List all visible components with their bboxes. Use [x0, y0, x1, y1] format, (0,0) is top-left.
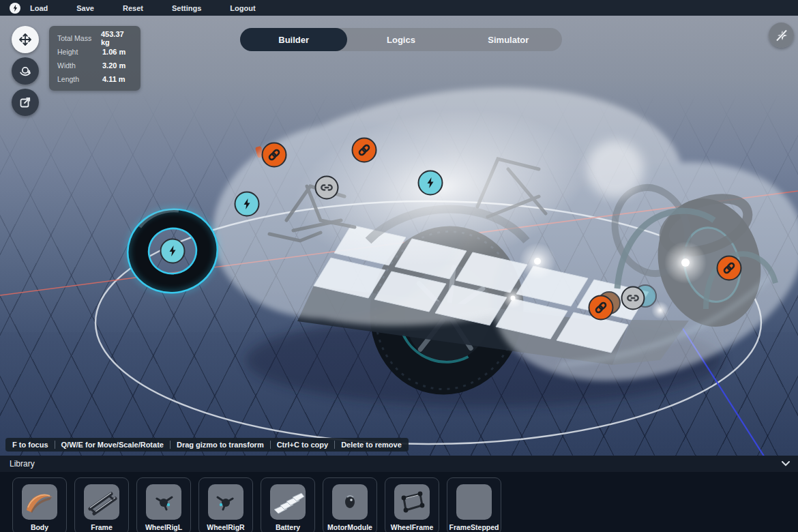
- library-item-label: MotorModule: [327, 523, 372, 531]
- stat-value: 453.37 kg: [101, 30, 134, 46]
- link-badge[interactable]: [718, 256, 741, 280]
- canopy-specular: [587, 141, 644, 198]
- library-title: Library: [10, 459, 35, 469]
- transform-tools: [12, 26, 39, 116]
- library-item-battery[interactable]: Battery: [261, 477, 315, 532]
- library-item-label: FrameStepped: [449, 523, 499, 531]
- stat-value: 1.06 m: [102, 48, 125, 56]
- rotate-icon: [18, 64, 32, 78]
- stat-value: 4.11 m: [102, 75, 125, 83]
- library-item-body[interactable]: Body: [12, 477, 67, 532]
- library-item-label: Battery: [276, 523, 300, 531]
- link-badge[interactable]: [589, 296, 613, 320]
- snap-off-icon: [774, 28, 789, 43]
- library-item-motormodule[interactable]: MotorModule: [323, 477, 377, 532]
- open-link-badge[interactable]: [622, 287, 645, 310]
- tab-logics[interactable]: Logics: [347, 28, 454, 51]
- hint-divider: [170, 441, 171, 449]
- link-badge[interactable]: [353, 138, 376, 162]
- move-icon: [18, 33, 32, 46]
- stat-label: Total Mass: [57, 34, 101, 42]
- library-item-label: Body: [31, 523, 48, 531]
- mode-tabs: Builder Logics Simulator: [240, 28, 562, 51]
- tab-builder[interactable]: Builder: [240, 28, 347, 51]
- power-badge[interactable]: [161, 239, 185, 263]
- frame-thumbnail: [84, 484, 119, 520]
- wheelrigl-thumbnail: [146, 484, 181, 520]
- vehicle-stats-panel: Total Mass453.37 kg Height1.06 m Width3.…: [49, 26, 141, 91]
- scale-tool-button[interactable]: [12, 89, 39, 116]
- shortcut-hints: F to focus Q/W/E for Move/Scale/Rotate D…: [5, 438, 409, 452]
- library-item-label: WheelRigR: [207, 523, 244, 531]
- wheelrigr-thumbnail: [208, 484, 243, 520]
- stat-label: Length: [57, 75, 102, 83]
- move-tool-button[interactable]: [12, 26, 39, 53]
- hint-divider: [334, 441, 335, 449]
- stat-label: Width: [57, 61, 102, 70]
- library-item-wheelrigr[interactable]: WheelRigR: [198, 477, 253, 532]
- stat-value: 3.20 m: [102, 61, 125, 70]
- hint-text: Delete to remove: [341, 441, 402, 449]
- hint-text: Q/W/E for Move/Scale/Rotate: [61, 441, 164, 449]
- menu-item-reset[interactable]: Reset: [123, 4, 143, 12]
- power-badge[interactable]: [419, 171, 443, 195]
- motormodule-thumbnail: [332, 484, 368, 520]
- body-thumbnail: [22, 484, 57, 520]
- library-header[interactable]: Library: [0, 456, 798, 472]
- menu-item-load[interactable]: Load: [30, 4, 48, 12]
- library-item-framestepped[interactable]: FrameStepped: [447, 477, 501, 532]
- chevron-down-icon[interactable]: [782, 461, 790, 467]
- library-item-label: WheelRigL: [145, 523, 182, 531]
- stat-label: Height: [57, 48, 102, 56]
- library-item-frame[interactable]: Frame: [74, 477, 129, 532]
- rotate-tool-button[interactable]: [12, 57, 39, 85]
- link-badge[interactable]: [263, 143, 286, 167]
- hint-text: F to focus: [12, 441, 48, 449]
- menu-item-settings[interactable]: Settings: [172, 4, 201, 12]
- library-item-wheelrigl[interactable]: WheelRigL: [136, 477, 191, 532]
- library-item-label: WheelFrame: [391, 523, 433, 531]
- menu-bar: Load Save Reset Settings Logout: [0, 0, 798, 16]
- menu-item-logout[interactable]: Logout: [230, 4, 255, 12]
- power-badge[interactable]: [235, 192, 259, 216]
- snap-off-button[interactable]: [769, 23, 794, 48]
- library-item-wheelframe[interactable]: WheelFrame: [385, 477, 439, 532]
- open-link-badge[interactable]: [316, 177, 338, 199]
- scale-icon: [18, 95, 32, 109]
- hint-text: Drag gizmo to transform: [177, 441, 264, 449]
- wheelframe-thumbnail: [394, 484, 430, 520]
- hint-divider: [55, 441, 55, 449]
- battery-thumbnail: [270, 484, 306, 520]
- framestepped-thumbnail: [456, 484, 492, 520]
- tab-simulator[interactable]: Simulator: [455, 28, 562, 51]
- menu-item-save[interactable]: Save: [76, 4, 94, 12]
- library-panel: Body Frame WheelRigL WheelRigR: [0, 472, 798, 532]
- app-logo-icon: [10, 3, 20, 14]
- hint-text: Ctrl+C to copy: [277, 441, 328, 449]
- library-item-label: Frame: [91, 523, 113, 531]
- hint-divider: [270, 441, 271, 449]
